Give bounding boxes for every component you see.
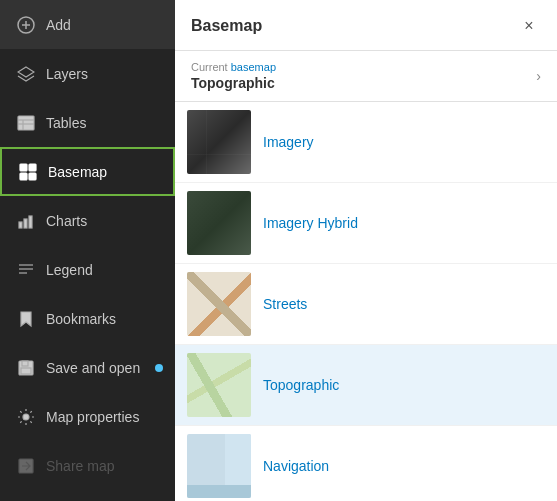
tables-icon (16, 113, 36, 133)
basemap-item-label: Navigation (263, 458, 329, 474)
svg-point-21 (23, 414, 29, 420)
svg-rect-19 (22, 361, 28, 366)
sidebar-item-label: Map properties (46, 409, 139, 425)
basemap-item-label: Streets (263, 296, 307, 312)
sidebar-item-label: Save and open (46, 360, 140, 376)
streets-thumbnail (187, 272, 251, 336)
save-icon (16, 358, 36, 378)
imagery-thumbnail (187, 110, 251, 174)
sidebar-item-label: Share map (46, 458, 114, 474)
sidebar-item-label: Basemap (48, 164, 107, 180)
sidebar-item-label: Charts (46, 213, 87, 229)
svg-rect-9 (29, 164, 36, 171)
sidebar: Add Layers Tables Basemap Charts Legend (0, 0, 175, 501)
current-label-colored: basemap (231, 61, 276, 73)
legend-icon (16, 260, 36, 280)
add-icon (16, 15, 36, 35)
sidebar-item-charts[interactable]: Charts (0, 196, 175, 245)
sidebar-item-label: Layers (46, 66, 88, 82)
panel-title: Basemap (191, 17, 262, 35)
basemap-item-label: Imagery (263, 134, 314, 150)
basemap-item-topographic[interactable]: Topographic (175, 345, 557, 426)
charts-icon (16, 211, 36, 231)
sidebar-item-save-and-open[interactable]: Save and open (0, 343, 175, 392)
gear-icon (16, 407, 36, 427)
current-basemap-label: Current basemap (191, 61, 276, 73)
topographic-thumbnail (187, 353, 251, 417)
sidebar-item-share-map[interactable]: Share map (0, 441, 175, 490)
sidebar-item-label: Tables (46, 115, 86, 131)
sidebar-item-label: Bookmarks (46, 311, 116, 327)
sidebar-item-basemap[interactable]: Basemap (0, 147, 175, 196)
sidebar-item-add[interactable]: Add (0, 0, 175, 49)
sidebar-item-tables[interactable]: Tables (0, 98, 175, 147)
imagery-hybrid-thumbnail (187, 191, 251, 255)
layers-icon (16, 64, 36, 84)
chevron-right-icon: › (536, 68, 541, 84)
svg-rect-12 (19, 222, 22, 228)
svg-rect-4 (18, 116, 34, 130)
current-basemap-section[interactable]: Current basemap Topographic › (175, 51, 557, 102)
basemap-panel: Basemap × Current basemap Topographic › … (175, 0, 557, 501)
sidebar-item-map-properties[interactable]: Map properties (0, 392, 175, 441)
close-button[interactable]: × (517, 14, 541, 38)
share-icon (16, 456, 36, 476)
sidebar-item-bookmarks[interactable]: Bookmarks (0, 294, 175, 343)
current-basemap-info: Current basemap Topographic (191, 61, 276, 91)
svg-marker-3 (18, 67, 34, 77)
sidebar-item-legend[interactable]: Legend (0, 245, 175, 294)
basemap-item-streets[interactable]: Streets (175, 264, 557, 345)
svg-rect-14 (29, 216, 32, 228)
svg-rect-13 (24, 219, 27, 228)
svg-rect-8 (20, 164, 27, 171)
basemap-icon (18, 162, 38, 182)
sidebar-item-label: Add (46, 17, 71, 33)
bookmarks-icon (16, 309, 36, 329)
svg-rect-10 (20, 173, 27, 180)
notification-dot (155, 364, 163, 372)
basemap-list: Imagery Imagery Hybrid Streets Topograph… (175, 102, 557, 501)
svg-rect-20 (21, 368, 31, 374)
basemap-item-label: Topographic (263, 377, 339, 393)
panel-header: Basemap × (175, 0, 557, 51)
current-basemap-name: Topographic (191, 75, 276, 91)
basemap-item-imagery-hybrid[interactable]: Imagery Hybrid (175, 183, 557, 264)
basemap-item-navigation[interactable]: Navigation (175, 426, 557, 501)
navigation-thumbnail (187, 434, 251, 498)
basemap-item-imagery[interactable]: Imagery (175, 102, 557, 183)
sidebar-item-label: Legend (46, 262, 93, 278)
basemap-item-label: Imagery Hybrid (263, 215, 358, 231)
sidebar-item-layers[interactable]: Layers (0, 49, 175, 98)
svg-rect-11 (29, 173, 36, 180)
